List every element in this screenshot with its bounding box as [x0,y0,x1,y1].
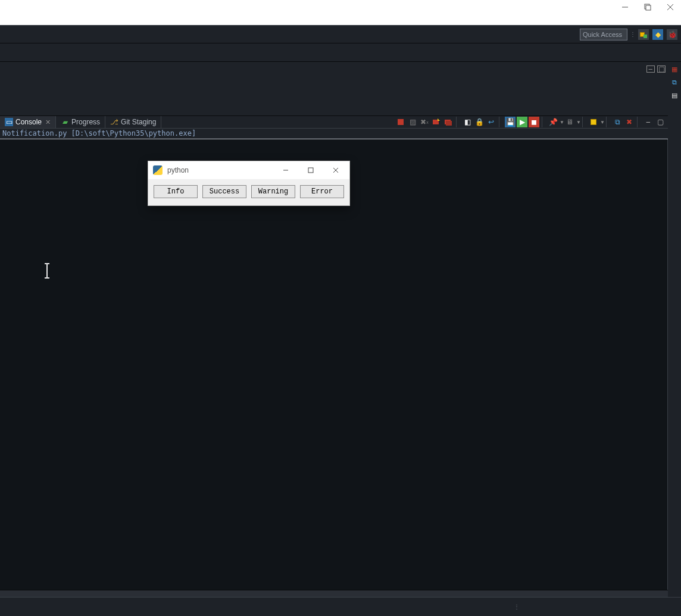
tab-git-staging-label: Git Staging [121,118,156,126]
remove-launch-button[interactable]: ▨ [407,117,418,127]
editor-area: ‒ ▢ [0,62,668,115]
terminate-relaunch-button[interactable] [431,117,442,127]
pin-dropdown-icon[interactable]: ▼ [560,120,563,125]
new-console-button[interactable] [588,117,599,127]
main-toolbar-area [0,43,681,62]
open-perspective-button[interactable] [638,29,649,40]
python-window-body: Info Success Warning Error [148,179,349,205]
tab-console[interactable]: ▭ Console ✕ [0,116,56,128]
python-window-title: python [167,166,189,174]
console-toolbar: ▨ ✖x ◧ 🔒 ↩ 💾 ▶ ◼ 📌 ▼ 🖥 ▼ ▼ ⧉ ✖ ‒ ▢ [393,116,668,128]
git-staging-icon: ⎇ [110,118,118,126]
ide-window-controls [619,2,676,12]
pydev-perspective-button[interactable]: ◆ [652,29,663,40]
console-icon: ▭ [5,118,13,126]
warning-button[interactable]: Warning [251,185,295,198]
close-console-button[interactable]: ✖ [624,117,635,127]
restore-view-icon[interactable]: ▦ [670,64,679,74]
toolbar-separator-icon: ⋮ [631,29,635,40]
remove-console-button[interactable] [443,117,454,127]
editor-view-controls: ‒ ▢ [646,65,666,73]
tasks-view-icon[interactable]: ▤ [670,90,679,100]
tab-progress[interactable]: ▰ Progress [56,116,105,128]
link-console-button[interactable]: ⧉ [612,117,623,127]
debug-perspective-button[interactable]: 🐞 [667,29,677,40]
console-process-label: Notification.py [D:\soft\Python35\python… [0,129,668,139]
editor-maximize-button[interactable]: ▢ [657,65,666,73]
text-caret-icon [46,264,48,277]
right-trim-stack: ▦ ⧉ ▤ [668,62,681,597]
editor-minimize-button[interactable]: ‒ [646,65,655,73]
pin-console-button[interactable]: 📌 [548,117,558,127]
console-horizontal-scrollbar[interactable] [0,590,668,597]
new-console-dropdown-icon[interactable]: ▼ [600,120,604,125]
python-close-button[interactable] [326,162,346,179]
console-output-area[interactable]: python Info Success Warning Error [0,139,668,590]
remove-all-terminated-button[interactable]: ✖x [419,117,430,127]
ide-maximize-button[interactable] [642,2,654,12]
perspective-toolbar: Quick Access ⋮ ◆ 🐞 [0,25,681,43]
stop-script-button[interactable]: ◼ [529,117,539,127]
progress-icon: ▰ [61,118,69,126]
view-maximize-button[interactable]: ▢ [655,117,666,127]
ide-minimize-button[interactable] [619,2,631,12]
svg-rect-7 [446,121,452,126]
plus-icon [643,35,647,38]
python-app-window: python Info Success Warning Error [148,161,350,206]
ide-close-button[interactable] [664,2,676,12]
quick-access-input[interactable]: Quick Access [580,29,627,40]
display-dropdown-icon[interactable]: ▼ [576,120,580,125]
display-selected-console-button[interactable]: 🖥 [564,117,575,127]
run-script-button[interactable]: ▶ [517,117,527,127]
statusbar-grip-icon: ⋮ [514,605,520,609]
success-button[interactable]: Success [202,185,246,198]
python-title-bar[interactable]: python [148,161,349,179]
bottom-view-tabs: ▭ Console ✕ ▰ Progress ⎇ Git Staging ▨ ✖… [0,115,668,129]
terminate-button[interactable] [395,117,406,127]
scroll-lock-button[interactable]: 🔒 [474,117,485,127]
tab-git-staging[interactable]: ⎇ Git Staging [105,116,161,128]
python-icon [153,165,163,175]
svg-rect-9 [308,168,313,173]
word-wrap-button[interactable]: ↩ [486,117,496,127]
tab-progress-label: Progress [71,118,100,126]
status-bar: ⋮ [0,597,681,616]
view-minimize-button[interactable]: ‒ [643,117,654,127]
python-maximize-button[interactable] [301,162,321,179]
info-button[interactable]: Info [154,185,198,198]
tab-console-close-icon[interactable]: ✕ [45,118,51,126]
save-console-button[interactable]: 💾 [505,117,516,127]
ide-title-bar [0,0,681,25]
svg-rect-2 [646,5,651,10]
tab-console-label: Console [15,118,42,126]
python-minimize-button[interactable] [276,162,296,179]
error-button[interactable]: Error [300,185,344,198]
outline-view-icon[interactable]: ⧉ [670,77,679,87]
clear-console-button[interactable]: ◧ [462,117,473,127]
